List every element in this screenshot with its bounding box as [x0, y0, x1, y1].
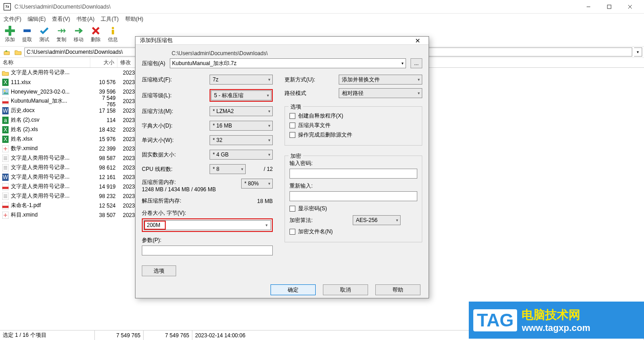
cancel-button[interactable]: 取消	[323, 284, 368, 295]
toolbar-info-label: 信息	[108, 36, 118, 43]
minus-icon	[22, 25, 33, 36]
showpw-label: 显示密码(S)	[298, 205, 327, 212]
encrypt-group: 加密 输入密码: 重新输入: 显示密码(S) 加密算法: AES-256▾ 加密…	[285, 156, 422, 242]
menu-tools[interactable]: 工具(T)	[101, 15, 118, 23]
toolbar-delete[interactable]: 删除	[89, 25, 103, 43]
toolbar-extract[interactable]: 提取	[20, 25, 34, 43]
password2-label: 重新输入:	[289, 182, 417, 190]
shared-checkbox[interactable]	[289, 123, 295, 128]
toolbar-info[interactable]: 信息	[106, 25, 120, 43]
split-size-combo[interactable]: ▾	[144, 220, 271, 230]
password2-input[interactable]	[289, 191, 417, 201]
file-name: 姓名 (2).xls	[11, 126, 92, 133]
browse-button[interactable]: ...	[411, 58, 422, 68]
chevron-down-icon: ▾	[396, 218, 398, 222]
file-size: 98 587	[92, 155, 119, 161]
menu-edit[interactable]: 编辑(E)	[28, 15, 46, 23]
watermark-line1: 电脑技术网	[522, 307, 590, 323]
archive-path-label: C:\Users\admin\Documents\Downloads\	[172, 50, 422, 57]
file-size: 38 507	[92, 212, 119, 218]
mem-value: 1248 MB / 1434 MB / 4096 MB	[142, 186, 232, 193]
check-icon	[39, 25, 50, 36]
password-input[interactable]	[289, 169, 417, 179]
sfx-checkbox[interactable]	[289, 113, 295, 119]
options-group: 选项 创建自释放程序(X) 压缩共享文件 操作完成后删除源文件	[285, 106, 422, 146]
svg-point-10	[4, 90, 5, 92]
titlebar: 7z C:\Users\admin\Documents\Downloads\	[0, 0, 644, 14]
watermark: TAG 电脑技术网 www.tagxp.com	[469, 302, 644, 339]
chevron-down-icon: ▾	[268, 152, 271, 157]
file-name: 历史.docx	[11, 107, 92, 114]
param-input[interactable]	[142, 246, 273, 255]
menu-file[interactable]: 文件(F)	[4, 15, 21, 23]
enc-method-select[interactable]: AES-256▾	[353, 215, 401, 225]
split-size-input[interactable]	[145, 222, 165, 229]
method-value: * LZMA2	[213, 108, 234, 114]
dialog-close-button[interactable]: ✕	[411, 37, 424, 44]
decomp-value: 18 MB	[232, 198, 273, 204]
toolbar-add[interactable]: 添加	[3, 25, 17, 43]
chevron-down-icon: ▾	[268, 109, 271, 113]
col-size[interactable]: 大小	[90, 58, 117, 67]
toolbar-move[interactable]: 移动	[71, 25, 86, 43]
update-select[interactable]: 添加并替换文件▾	[339, 75, 422, 85]
file-icon	[2, 69, 9, 76]
level-value: 5 - 标准压缩	[214, 92, 243, 99]
up-folder-button[interactable]	[2, 47, 12, 57]
method-select[interactable]: * LZMA2▾	[210, 106, 273, 116]
level-select[interactable]: 5 - 标准压缩▾	[211, 90, 271, 100]
dict-select[interactable]: * 16 MB▾	[210, 121, 273, 131]
dict-label: 字典大小(D):	[142, 122, 210, 130]
menu-view[interactable]: 查看(V)	[52, 15, 70, 23]
menu-help[interactable]: 帮助(H)	[125, 15, 144, 23]
ok-button[interactable]: 确定	[271, 284, 316, 295]
copy-arrow-icon	[56, 25, 67, 36]
maximize-button[interactable]	[599, 0, 620, 14]
col-name[interactable]: 名称	[0, 58, 90, 67]
help-button[interactable]: 帮助	[375, 284, 420, 295]
file-size: 98 612	[92, 165, 119, 171]
file-size: 18 432	[92, 127, 119, 133]
pathmode-label: 路径模式	[285, 90, 339, 97]
file-name: 111.xlsx	[11, 79, 92, 85]
svg-rect-1	[607, 5, 611, 9]
toolbar-extract-label: 提取	[22, 36, 32, 43]
plus-icon	[5, 25, 15, 36]
cpu-select[interactable]: * 8▾	[210, 164, 246, 174]
info-icon	[107, 25, 118, 36]
toolbar-copy[interactable]: 复制	[54, 25, 69, 43]
solid-select[interactable]: * 4 GB▾	[210, 150, 273, 160]
format-select[interactable]: 7z▾	[210, 75, 273, 85]
enc-names-checkbox[interactable]	[289, 229, 295, 235]
showpw-checkbox[interactable]	[289, 206, 295, 212]
word-select[interactable]: * 32▾	[210, 135, 273, 145]
status-selection: 选定 1 / 16 个项目	[0, 331, 95, 340]
path-dropdown[interactable]: ▾	[634, 47, 642, 57]
pathmode-select[interactable]: 相对路径▾	[339, 88, 422, 98]
file-name: 未命名-1.pdf	[11, 202, 92, 209]
file-icon: X	[2, 126, 9, 133]
file-size: 7 549 765	[92, 95, 119, 108]
file-icon: a	[2, 117, 9, 124]
close-button[interactable]	[620, 0, 640, 14]
delete-after-checkbox[interactable]	[289, 132, 295, 138]
param-label: 参数(P):	[142, 236, 273, 244]
options-button[interactable]: 选项	[142, 265, 176, 276]
archive-name-combo[interactable]: KubuntuManual_加水印.7z ▾	[170, 58, 406, 68]
file-icon	[2, 193, 9, 200]
toolbar-test[interactable]: 测试	[37, 25, 51, 43]
chevron-down-icon: ▾	[401, 61, 404, 66]
enc-method-value: AES-256	[356, 217, 378, 223]
cpu-total: / 12	[246, 166, 273, 172]
menu-bookmark[interactable]: 书签(A)	[76, 15, 94, 23]
file-size: 14 919	[92, 184, 119, 190]
minimize-button[interactable]	[578, 0, 599, 14]
file-size: 10 576	[92, 79, 119, 85]
file-size: 114	[92, 117, 119, 123]
file-icon	[2, 145, 9, 152]
toolbar-test-label: 测试	[39, 36, 49, 43]
mem-pct-select[interactable]: * 80%▾	[241, 179, 273, 189]
enc-names-label: 加密文件名(N)	[298, 228, 333, 236]
file-size: 98 232	[92, 193, 119, 199]
status-size2: 7 549 765	[144, 331, 192, 340]
